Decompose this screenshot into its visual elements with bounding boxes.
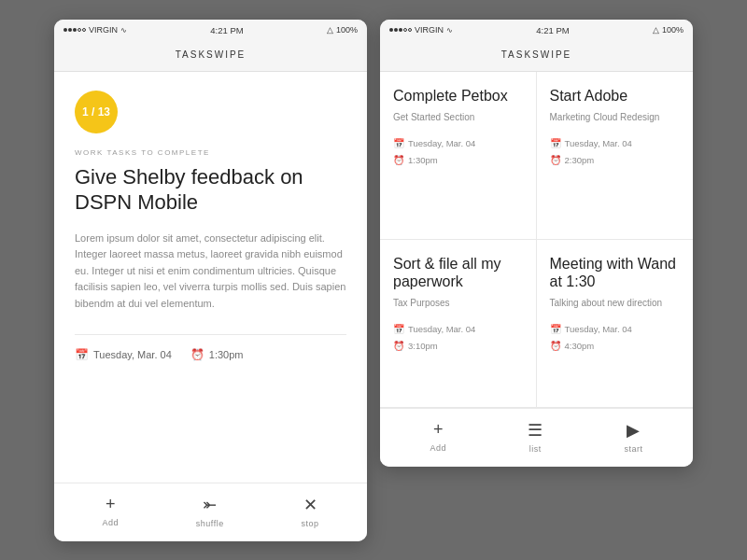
card-date-2: Tuesday, Mar. 04 [565,135,632,151]
card-calendar-icon-3: 📅 [393,321,404,338]
date-meta: 📅 Tuesday, Mar. 04 [75,348,172,361]
start-label: start [624,444,642,454]
task-card-title-1: Complete Petbox [393,87,523,105]
battery-label-2: 100% [662,25,684,35]
status-bar-right-2: △ 100% [653,25,684,35]
card-time-1: 1:30pm [408,152,438,168]
play-icon: ▶ [627,420,640,441]
card-time-2: 2:30pm [565,152,595,168]
card-calendar-icon-1: 📅 [393,135,404,152]
card-date-row-4: 📅 Tuesday, Mar. 04 [550,321,681,338]
task-card-meta-1: 📅 Tuesday, Mar. 04 ⏰ 1:30pm [393,135,523,169]
card-clock-icon-1: ⏰ [393,152,404,169]
time-meta: ⏰ 1:30pm [190,348,244,361]
stop-icon: ✕ [303,495,317,515]
add-label-2: Add [430,443,447,453]
screen1: VIRGIN ∿ 4:21 PM △ 100% TASKSWIPE 1 / 13… [54,20,367,541]
stop-button[interactable]: ✕ stop [302,495,319,528]
status-bar-left-2: VIRGIN ∿ [389,25,453,35]
battery-icon-2: △ [653,25,659,35]
task-card-4[interactable]: Meeting with Wand at 1:30 Talking about … [537,240,694,408]
progress-badge: 1 / 13 [75,91,118,133]
card-time-3: 3:10pm [408,338,438,354]
screen2-footer: + Add ☰ list ▶ start [380,408,693,467]
card-time-row-1: ⏰ 1:30pm [393,152,523,169]
card-clock-icon-4: ⏰ [550,338,561,355]
status-bar-2: VIRGIN ∿ 4:21 PM △ 100% [380,20,693,39]
card-time-4: 4:30pm [565,338,595,354]
battery-icon: △ [327,25,333,35]
card-date-row-1: 📅 Tuesday, Mar. 04 [393,135,523,152]
status-bar-left-1: VIRGIN ∿ [63,25,127,35]
task-card-subtitle-2: Marketing Cloud Redesign [550,112,681,122]
plus-icon: + [106,495,116,514]
card-calendar-icon-2: 📅 [550,135,561,152]
task-card-title-2: Start Adobe [550,87,681,105]
task-card-3[interactable]: Sort & file all my paperwork Tax Purpose… [380,240,537,408]
task-card-meta-4: 📅 Tuesday, Mar. 04 ⏰ 4:30pm [550,321,681,355]
task-card-1[interactable]: Complete Petbox Get Started Section 📅 Tu… [380,72,537,240]
app-header-2: TASKSWIPE [380,39,693,72]
task-meta: 📅 Tuesday, Mar. 04 ⏰ 1:30pm [75,334,346,374]
shuffle-icon: ⤜ [203,495,217,515]
task-card-meta-2: 📅 Tuesday, Mar. 04 ⏰ 2:30pm [550,135,681,169]
list-label: list [529,444,542,454]
screens-container: VIRGIN ∿ 4:21 PM △ 100% TASKSWIPE 1 / 13… [54,20,693,541]
time-display-2: 4:21 PM [536,25,569,35]
add-button[interactable]: + Add [102,495,119,527]
clock-icon: ⏰ [190,348,204,361]
app-header-1: TASKSWIPE [54,39,367,72]
screen2: VIRGIN ∿ 4:21 PM △ 100% TASKSWIPE Comple… [380,20,693,467]
task-card-meta-3: 📅 Tuesday, Mar. 04 ⏰ 3:10pm [393,321,523,355]
card-clock-icon-3: ⏰ [393,338,404,355]
signal-icon [63,28,86,32]
app-title-1: TASKSWIPE [176,49,247,60]
card-date-3: Tuesday, Mar. 04 [408,321,475,337]
card-clock-icon-2: ⏰ [550,152,561,169]
calendar-icon: 📅 [75,348,89,361]
task-title: Give Shelby feedback on DSPN Mobile [75,164,346,216]
status-bar-1: VIRGIN ∿ 4:21 PM △ 100% [54,20,367,39]
start-button[interactable]: ▶ start [624,420,642,454]
card-time-row-4: ⏰ 4:30pm [550,338,681,355]
task-card-subtitle-4: Talking about new direction [550,298,681,308]
task-card-title-3: Sort & file all my paperwork [393,255,523,290]
screen2-task-grid: Complete Petbox Get Started Section 📅 Tu… [380,72,693,408]
task-card-2[interactable]: Start Adobe Marketing Cloud Redesign 📅 T… [537,72,694,240]
list-icon: ☰ [528,420,543,441]
carrier-label-2: VIRGIN [415,25,444,35]
card-time-row-2: ⏰ 2:30pm [550,152,681,169]
wifi-icon-2: ∿ [446,26,453,35]
battery-label: 100% [336,25,358,35]
task-card-subtitle-1: Get Started Section [393,112,523,122]
task-description: Lorem ipsum dolor sit amet, consectetur … [75,231,346,313]
task-time: 1:30pm [209,349,244,360]
shuffle-label: shuffle [196,519,224,528]
stop-label: stop [302,519,319,528]
card-time-row-3: ⏰ 3:10pm [393,338,523,355]
add-button-2[interactable]: + Add [430,420,447,453]
list-button[interactable]: ☰ list [528,420,543,454]
card-calendar-icon-4: 📅 [550,321,561,338]
card-date-4: Tuesday, Mar. 04 [565,321,632,337]
carrier-label: VIRGIN [89,25,118,35]
task-category: WORK TASKS TO COMPLETE [75,148,346,157]
screen1-footer: + Add ⤜ shuffle ✕ stop [54,483,367,541]
signal-icon-2 [389,28,412,32]
task-date: Tuesday, Mar. 04 [93,349,172,360]
add-label: Add [102,518,119,527]
task-card-subtitle-3: Tax Purposes [393,298,523,308]
screen1-body: 1 / 13 WORK TASKS TO COMPLETE Give Shelb… [54,72,367,483]
card-date-1: Tuesday, Mar. 04 [408,135,475,151]
plus-icon-2: + [433,420,444,440]
card-date-row-3: 📅 Tuesday, Mar. 04 [393,321,523,338]
status-bar-right-1: △ 100% [327,25,358,35]
app-title-2: TASKSWIPE [501,49,572,60]
task-card-title-4: Meeting with Wand at 1:30 [550,255,681,290]
wifi-icon: ∿ [120,26,127,35]
time-display-1: 4:21 PM [210,25,243,35]
card-date-row-2: 📅 Tuesday, Mar. 04 [550,135,681,152]
shuffle-button[interactable]: ⤜ shuffle [196,495,224,528]
